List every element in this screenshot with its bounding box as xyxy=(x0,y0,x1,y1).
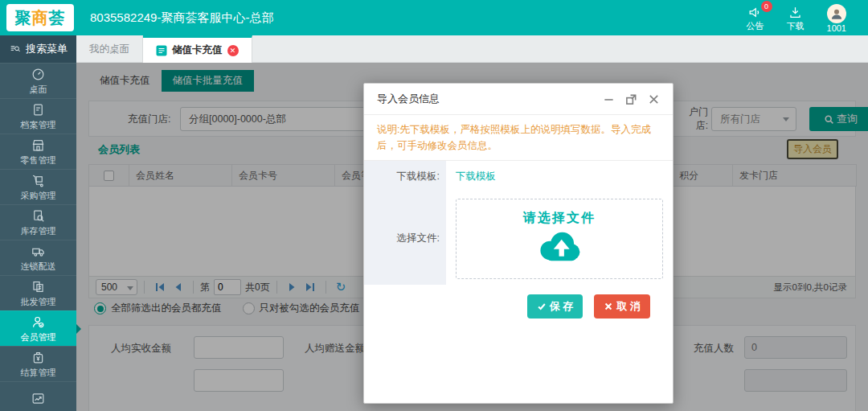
x-icon xyxy=(604,302,613,311)
sidebar-item-purchase[interactable]: 采购管理 xyxy=(0,169,76,204)
check-icon xyxy=(537,302,547,311)
inventory-icon xyxy=(31,208,46,224)
sidebar: 搜索菜单 桌面 档案管理 零售管理 采购管理 库存管理 连锁配送 批发管理 xyxy=(0,35,76,411)
sidebar-item-delivery[interactable]: 连锁配送 xyxy=(0,240,76,275)
top-header: 聚商荟 8035582249-聚商荟客服中心-总部 0 公告 下载 1001 xyxy=(0,0,868,35)
search-menu-icon xyxy=(9,43,22,55)
logo-accent: 商 xyxy=(32,7,49,29)
dialog-title: 导入会员信息 xyxy=(377,92,440,106)
file-upload-dropzone[interactable]: 请选择文件 xyxy=(456,199,663,279)
tab-label: 我的桌面 xyxy=(89,43,129,56)
sidebar-item-label: 采购管理 xyxy=(21,190,56,202)
app-window: 聚商荟 8035582249-聚商荟客服中心-总部 0 公告 下载 1001 xyxy=(0,0,868,411)
search-menu-label: 搜索菜单 xyxy=(26,42,68,56)
minimize-icon[interactable] xyxy=(603,93,615,105)
template-label: 下载模板: xyxy=(364,161,446,191)
download-template-link[interactable]: 下载模板 xyxy=(456,171,496,182)
cloud-upload-icon xyxy=(536,230,583,262)
tab-close-icon[interactable]: ✕ xyxy=(227,45,239,56)
dialog-footer: 保 存 取 消 xyxy=(364,285,673,319)
dialog-header[interactable]: 导入会员信息 xyxy=(364,84,673,114)
save-button[interactable]: 保 存 xyxy=(527,294,583,319)
user-menu[interactable]: 1001 xyxy=(827,4,846,33)
user-id-label: 1001 xyxy=(827,23,846,33)
logo-text: 聚 xyxy=(15,7,32,29)
sidebar-search-menu[interactable]: 搜索菜单 xyxy=(0,35,76,63)
announcement-badge: 0 xyxy=(761,1,772,12)
sidebar-item-desktop[interactable]: 桌面 xyxy=(0,63,76,98)
truck-icon xyxy=(31,244,46,259)
sidebar-item-label: 会员管理 xyxy=(21,331,56,343)
window-title: 8035582249-聚商荟客服中心-总部 xyxy=(90,0,273,35)
sidebar-item-wholesale[interactable]: 批发管理 xyxy=(0,275,76,310)
announcement-label: 公告 xyxy=(747,20,764,32)
save-button-label: 保 存 xyxy=(550,299,574,314)
dialog-notice: 说明:先下载模板，严格按照模板上的说明填写数据。导入完成后，可手动修改会员信息。 xyxy=(364,114,673,161)
tab-my-desktop[interactable]: 我的桌面 xyxy=(76,35,143,63)
tab-label: 储值卡充值 xyxy=(172,43,223,57)
file-row: 选择文件: 请选择文件 xyxy=(364,191,673,285)
sidebar-item-retail[interactable]: 零售管理 xyxy=(0,134,76,169)
logo-text-2: 荟 xyxy=(49,7,66,29)
sidebar-item-label: 零售管理 xyxy=(21,154,56,166)
trolley-icon xyxy=(31,173,46,188)
sidebar-item-label: 结算管理 xyxy=(21,367,56,379)
sidebar-item-reports[interactable] xyxy=(0,381,76,411)
sidebar-item-label: 库存管理 xyxy=(21,225,56,237)
app-logo: 聚商荟 xyxy=(6,4,74,31)
sidebar-item-settlement[interactable]: 结算管理 xyxy=(0,346,76,381)
sidebar-item-inventory[interactable]: 库存管理 xyxy=(0,204,76,240)
upload-placeholder: 请选择文件 xyxy=(523,210,596,227)
announcement-button[interactable]: 0 公告 xyxy=(747,5,764,32)
close-icon[interactable] xyxy=(648,93,660,105)
file-label: 选择文件: xyxy=(364,191,446,285)
document-icon xyxy=(156,45,167,56)
dashboard-icon xyxy=(31,67,46,82)
maximize-icon[interactable] xyxy=(625,93,637,105)
cancel-button[interactable]: 取 消 xyxy=(594,294,650,319)
download-icon xyxy=(788,5,803,20)
download-button[interactable]: 下载 xyxy=(787,5,805,32)
sidebar-item-label: 连锁配送 xyxy=(21,261,56,273)
avatar xyxy=(827,4,846,23)
import-members-dialog: 导入会员信息 说明:先下载模板，严格按照模板上的说明填写数据。导入完成后，可手动… xyxy=(363,83,674,404)
sidebar-item-label: 批发管理 xyxy=(21,296,56,308)
person-icon xyxy=(829,6,844,21)
download-label: 下载 xyxy=(787,20,805,32)
tab-bar: 我的桌面 储值卡充值 ✕ xyxy=(76,35,868,63)
template-row: 下载模板: 下载模板 xyxy=(364,161,673,191)
tab-card-recharge[interactable]: 储值卡充值 ✕ xyxy=(143,35,252,63)
sidebar-item-label: 桌面 xyxy=(30,84,47,96)
archive-icon xyxy=(31,102,46,117)
documents-icon xyxy=(31,279,46,294)
sidebar-item-label: 档案管理 xyxy=(21,119,56,131)
member-icon xyxy=(31,314,46,330)
cancel-button-label: 取 消 xyxy=(616,299,641,314)
money-bag-icon xyxy=(31,350,46,365)
store-icon xyxy=(31,138,46,153)
sidebar-item-archives[interactable]: 档案管理 xyxy=(0,98,76,134)
sidebar-item-members[interactable]: 会员管理 xyxy=(0,310,76,346)
report-chart-icon xyxy=(31,391,46,406)
